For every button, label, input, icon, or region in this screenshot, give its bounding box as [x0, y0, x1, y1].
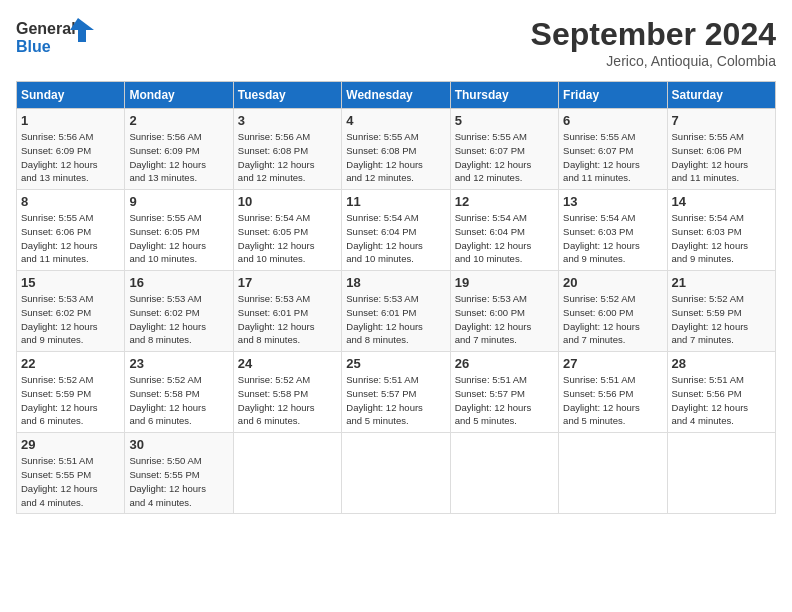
calendar-cell [233, 433, 341, 514]
weekday-header-tuesday: Tuesday [233, 82, 341, 109]
day-info: Sunrise: 5:56 AM Sunset: 6:09 PM Dayligh… [21, 130, 120, 185]
day-number: 1 [21, 113, 120, 128]
day-info: Sunrise: 5:54 AM Sunset: 6:05 PM Dayligh… [238, 211, 337, 266]
svg-text:Blue: Blue [16, 38, 51, 55]
day-info: Sunrise: 5:55 AM Sunset: 6:06 PM Dayligh… [672, 130, 771, 185]
calendar-cell: 20Sunrise: 5:52 AM Sunset: 6:00 PM Dayli… [559, 271, 667, 352]
calendar-cell: 15Sunrise: 5:53 AM Sunset: 6:02 PM Dayli… [17, 271, 125, 352]
weekday-header-sunday: Sunday [17, 82, 125, 109]
day-info: Sunrise: 5:52 AM Sunset: 5:58 PM Dayligh… [238, 373, 337, 428]
day-info: Sunrise: 5:54 AM Sunset: 6:04 PM Dayligh… [346, 211, 445, 266]
day-info: Sunrise: 5:55 AM Sunset: 6:08 PM Dayligh… [346, 130, 445, 185]
calendar-cell: 30Sunrise: 5:50 AM Sunset: 5:55 PM Dayli… [125, 433, 233, 514]
day-info: Sunrise: 5:56 AM Sunset: 6:09 PM Dayligh… [129, 130, 228, 185]
day-number: 27 [563, 356, 662, 371]
day-info: Sunrise: 5:53 AM Sunset: 6:02 PM Dayligh… [21, 292, 120, 347]
day-number: 6 [563, 113, 662, 128]
calendar-cell: 13Sunrise: 5:54 AM Sunset: 6:03 PM Dayli… [559, 190, 667, 271]
calendar-cell: 2Sunrise: 5:56 AM Sunset: 6:09 PM Daylig… [125, 109, 233, 190]
day-info: Sunrise: 5:55 AM Sunset: 6:05 PM Dayligh… [129, 211, 228, 266]
day-number: 13 [563, 194, 662, 209]
day-number: 16 [129, 275, 228, 290]
location-subtitle: Jerico, Antioquia, Colombia [531, 53, 776, 69]
day-number: 20 [563, 275, 662, 290]
calendar-cell: 21Sunrise: 5:52 AM Sunset: 5:59 PM Dayli… [667, 271, 775, 352]
day-info: Sunrise: 5:55 AM Sunset: 6:07 PM Dayligh… [563, 130, 662, 185]
day-info: Sunrise: 5:50 AM Sunset: 5:55 PM Dayligh… [129, 454, 228, 509]
calendar-cell: 28Sunrise: 5:51 AM Sunset: 5:56 PM Dayli… [667, 352, 775, 433]
month-title: September 2024 [531, 16, 776, 53]
calendar-cell: 6Sunrise: 5:55 AM Sunset: 6:07 PM Daylig… [559, 109, 667, 190]
calendar-cell: 17Sunrise: 5:53 AM Sunset: 6:01 PM Dayli… [233, 271, 341, 352]
day-number: 10 [238, 194, 337, 209]
day-info: Sunrise: 5:51 AM Sunset: 5:56 PM Dayligh… [672, 373, 771, 428]
day-number: 21 [672, 275, 771, 290]
day-info: Sunrise: 5:54 AM Sunset: 6:03 PM Dayligh… [563, 211, 662, 266]
calendar-cell: 10Sunrise: 5:54 AM Sunset: 6:05 PM Dayli… [233, 190, 341, 271]
day-number: 8 [21, 194, 120, 209]
day-number: 11 [346, 194, 445, 209]
calendar-cell: 26Sunrise: 5:51 AM Sunset: 5:57 PM Dayli… [450, 352, 558, 433]
day-info: Sunrise: 5:52 AM Sunset: 5:58 PM Dayligh… [129, 373, 228, 428]
day-number: 17 [238, 275, 337, 290]
day-number: 14 [672, 194, 771, 209]
day-number: 28 [672, 356, 771, 371]
logo: GeneralBlue [16, 16, 96, 56]
day-number: 18 [346, 275, 445, 290]
day-number: 9 [129, 194, 228, 209]
day-number: 22 [21, 356, 120, 371]
calendar-cell: 8Sunrise: 5:55 AM Sunset: 6:06 PM Daylig… [17, 190, 125, 271]
weekday-header-wednesday: Wednesday [342, 82, 450, 109]
day-info: Sunrise: 5:52 AM Sunset: 5:59 PM Dayligh… [21, 373, 120, 428]
calendar-cell: 29Sunrise: 5:51 AM Sunset: 5:55 PM Dayli… [17, 433, 125, 514]
day-info: Sunrise: 5:56 AM Sunset: 6:08 PM Dayligh… [238, 130, 337, 185]
day-number: 29 [21, 437, 120, 452]
weekday-header-thursday: Thursday [450, 82, 558, 109]
calendar-cell: 4Sunrise: 5:55 AM Sunset: 6:08 PM Daylig… [342, 109, 450, 190]
day-info: Sunrise: 5:51 AM Sunset: 5:57 PM Dayligh… [346, 373, 445, 428]
calendar-cell: 14Sunrise: 5:54 AM Sunset: 6:03 PM Dayli… [667, 190, 775, 271]
calendar-cell [559, 433, 667, 514]
calendar-cell: 27Sunrise: 5:51 AM Sunset: 5:56 PM Dayli… [559, 352, 667, 433]
day-number: 30 [129, 437, 228, 452]
day-number: 12 [455, 194, 554, 209]
day-number: 5 [455, 113, 554, 128]
weekday-header-friday: Friday [559, 82, 667, 109]
day-number: 19 [455, 275, 554, 290]
calendar-cell: 9Sunrise: 5:55 AM Sunset: 6:05 PM Daylig… [125, 190, 233, 271]
day-info: Sunrise: 5:55 AM Sunset: 6:07 PM Dayligh… [455, 130, 554, 185]
calendar-cell: 11Sunrise: 5:54 AM Sunset: 6:04 PM Dayli… [342, 190, 450, 271]
day-info: Sunrise: 5:53 AM Sunset: 6:02 PM Dayligh… [129, 292, 228, 347]
day-info: Sunrise: 5:51 AM Sunset: 5:56 PM Dayligh… [563, 373, 662, 428]
calendar-cell [450, 433, 558, 514]
calendar-cell: 25Sunrise: 5:51 AM Sunset: 5:57 PM Dayli… [342, 352, 450, 433]
title-area: September 2024 Jerico, Antioquia, Colomb… [531, 16, 776, 69]
calendar-cell: 22Sunrise: 5:52 AM Sunset: 5:59 PM Dayli… [17, 352, 125, 433]
calendar-cell: 24Sunrise: 5:52 AM Sunset: 5:58 PM Dayli… [233, 352, 341, 433]
day-number: 2 [129, 113, 228, 128]
weekday-header-monday: Monday [125, 82, 233, 109]
day-info: Sunrise: 5:52 AM Sunset: 5:59 PM Dayligh… [672, 292, 771, 347]
calendar-cell: 1Sunrise: 5:56 AM Sunset: 6:09 PM Daylig… [17, 109, 125, 190]
day-number: 7 [672, 113, 771, 128]
day-number: 25 [346, 356, 445, 371]
day-number: 3 [238, 113, 337, 128]
calendar-cell [667, 433, 775, 514]
calendar-cell [342, 433, 450, 514]
logo-icon: GeneralBlue [16, 16, 96, 56]
day-number: 4 [346, 113, 445, 128]
calendar-cell: 23Sunrise: 5:52 AM Sunset: 5:58 PM Dayli… [125, 352, 233, 433]
day-info: Sunrise: 5:54 AM Sunset: 6:03 PM Dayligh… [672, 211, 771, 266]
day-info: Sunrise: 5:51 AM Sunset: 5:57 PM Dayligh… [455, 373, 554, 428]
day-info: Sunrise: 5:52 AM Sunset: 6:00 PM Dayligh… [563, 292, 662, 347]
calendar-cell: 12Sunrise: 5:54 AM Sunset: 6:04 PM Dayli… [450, 190, 558, 271]
header: GeneralBlue September 2024 Jerico, Antio… [16, 16, 776, 69]
day-info: Sunrise: 5:55 AM Sunset: 6:06 PM Dayligh… [21, 211, 120, 266]
day-number: 26 [455, 356, 554, 371]
day-number: 23 [129, 356, 228, 371]
calendar-cell: 18Sunrise: 5:53 AM Sunset: 6:01 PM Dayli… [342, 271, 450, 352]
calendar-cell: 19Sunrise: 5:53 AM Sunset: 6:00 PM Dayli… [450, 271, 558, 352]
calendar-cell: 3Sunrise: 5:56 AM Sunset: 6:08 PM Daylig… [233, 109, 341, 190]
day-info: Sunrise: 5:53 AM Sunset: 6:01 PM Dayligh… [238, 292, 337, 347]
calendar-cell: 5Sunrise: 5:55 AM Sunset: 6:07 PM Daylig… [450, 109, 558, 190]
